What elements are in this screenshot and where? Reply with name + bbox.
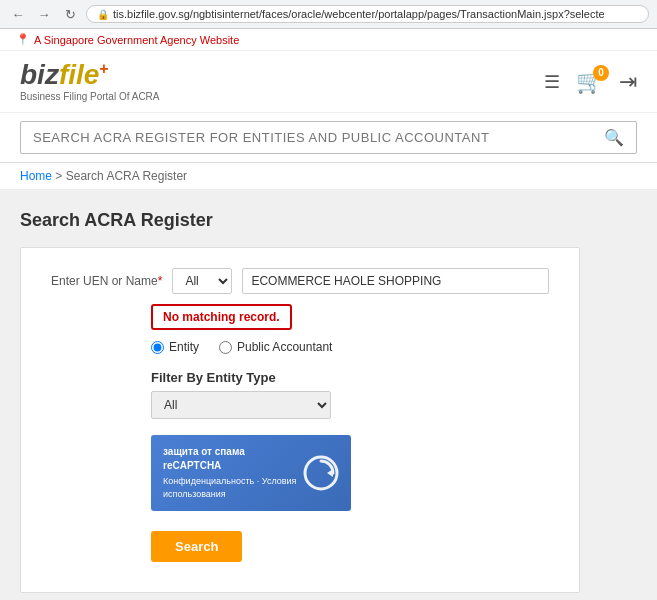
- hamburger-icon[interactable]: ☰: [544, 71, 560, 93]
- entity-type-select[interactable]: All: [172, 268, 232, 294]
- breadcrumb-separator: >: [55, 169, 65, 183]
- search-input[interactable]: [33, 130, 604, 145]
- logo[interactable]: bizfile+: [20, 61, 160, 89]
- filter-select-wrap: All Business Company LP LLP: [151, 391, 549, 419]
- filter-select[interactable]: All Business Company LP LLP: [151, 391, 331, 419]
- search-bar-inner: 🔍: [20, 121, 637, 154]
- search-bar-area: 🔍: [0, 113, 657, 163]
- radio-accountant-label: Public Accountant: [237, 340, 332, 354]
- page-title: Search ACRA Register: [20, 210, 637, 231]
- gov-flag-icon: 📍: [16, 33, 30, 46]
- form-card: Enter UEN or Name* All No matching recor…: [20, 247, 580, 592]
- lock-icon: 🔒: [97, 9, 109, 20]
- logo-file: file: [59, 59, 99, 90]
- breadcrumb-home[interactable]: Home: [20, 169, 52, 183]
- filter-section: Filter By Entity Type All Business Compa…: [51, 370, 549, 419]
- logo-biz: biz: [20, 59, 59, 90]
- cart-wrap[interactable]: 🛒 0: [576, 69, 603, 95]
- logo-subtitle: Business Filing Portal Of ACRA: [20, 91, 160, 102]
- gov-banner: 📍 A Singapore Government Agency Website: [0, 29, 657, 51]
- required-marker: *: [158, 274, 163, 288]
- filter-label: Filter By Entity Type: [151, 370, 549, 385]
- uen-row: Enter UEN or Name* All: [51, 268, 549, 294]
- gov-banner-text: A Singapore Government Agency Website: [34, 34, 239, 46]
- breadcrumb-current: Search ACRA Register: [66, 169, 187, 183]
- radio-entity[interactable]: [151, 341, 164, 354]
- radio-group: Entity Public Accountant: [151, 340, 549, 354]
- header-icons: ☰ 🛒 0 ⇥: [544, 69, 637, 95]
- uen-input[interactable]: [242, 268, 549, 294]
- cart-badge: 0: [593, 65, 609, 81]
- site-header: bizfile+ Business Filing Portal Of ACRA …: [0, 51, 657, 113]
- svg-marker-1: [327, 469, 333, 477]
- radio-entity-option[interactable]: Entity: [151, 340, 199, 354]
- error-message: No matching record.: [151, 304, 292, 330]
- url-bar[interactable]: 🔒 tis.bizfile.gov.sg/ngbtisinternet/face…: [86, 5, 649, 23]
- main-content: Search ACRA Register Enter UEN or Name* …: [0, 190, 657, 600]
- login-icon[interactable]: ⇥: [619, 69, 637, 95]
- radio-accountant[interactable]: [219, 341, 232, 354]
- recaptcha-text: защита от спама reCAPTCHA Конфиденциальн…: [163, 445, 303, 500]
- back-button[interactable]: ←: [8, 4, 28, 24]
- search-icon[interactable]: 🔍: [604, 128, 624, 147]
- radio-accountant-option[interactable]: Public Accountant: [219, 340, 332, 354]
- search-button[interactable]: Search: [151, 531, 242, 562]
- reload-button[interactable]: ↻: [60, 4, 80, 24]
- recaptcha-line2: использования: [163, 488, 303, 501]
- radio-entity-label: Entity: [169, 340, 199, 354]
- url-text: tis.bizfile.gov.sg/ngbtisinternet/faces/…: [113, 8, 605, 20]
- uen-label: Enter UEN or Name*: [51, 274, 162, 288]
- logo-area: bizfile+ Business Filing Portal Of ACRA: [20, 61, 160, 102]
- recaptcha-box[interactable]: защита от спама reCAPTCHA Конфиденциальн…: [151, 435, 351, 510]
- recaptcha-title: защита от спама reCAPTCHA: [163, 445, 303, 473]
- browser-bar: ← → ↻ 🔒 tis.bizfile.gov.sg/ngbtisinterne…: [0, 0, 657, 29]
- recaptcha-area: защита от спама reCAPTCHA Конфиденциальн…: [151, 435, 549, 510]
- recaptcha-logo-icon: [303, 455, 339, 491]
- forward-button[interactable]: →: [34, 4, 54, 24]
- logo-plus: +: [99, 60, 108, 77]
- breadcrumb: Home > Search ACRA Register: [0, 163, 657, 190]
- recaptcha-line1: Конфиденциальность · Условия: [163, 475, 303, 488]
